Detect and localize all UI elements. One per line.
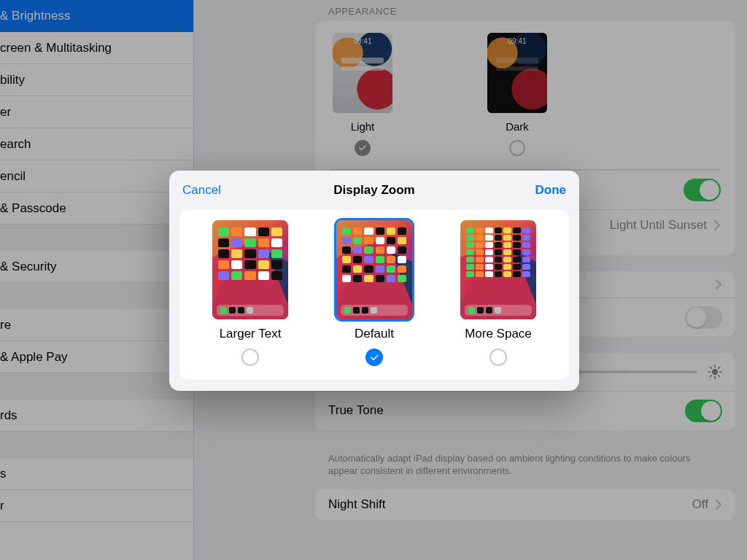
zoom-label: More Space <box>465 327 532 341</box>
zoom-thumb-larger-text <box>212 220 288 319</box>
zoom-thumb-more-space <box>460 220 536 319</box>
zoom-label: Default <box>355 327 394 341</box>
zoom-option-default[interactable]: Default <box>312 220 436 366</box>
cancel-label: Cancel <box>182 183 221 198</box>
zoom-option-more-space[interactable]: More Space <box>436 220 560 366</box>
zoom-label: Larger Text <box>220 327 282 341</box>
zoom-radio-default[interactable] <box>365 349 383 366</box>
zoom-radio-more-space[interactable] <box>489 349 507 366</box>
modal-title: Display Zoom <box>333 183 414 198</box>
zoom-radio-larger-text[interactable] <box>241 349 259 366</box>
screen: & Brightness creen & Multitasking bility… <box>0 0 747 560</box>
done-button[interactable]: Done <box>522 171 580 210</box>
display-zoom-modal: Cancel Display Zoom Done <box>169 171 579 391</box>
modal-header: Cancel Display Zoom Done <box>169 171 579 210</box>
check-icon <box>370 353 379 362</box>
zoom-option-larger-text[interactable]: Larger Text <box>188 220 312 366</box>
done-label: Done <box>535 183 567 198</box>
zoom-thumb-default <box>336 220 412 319</box>
cancel-button[interactable]: Cancel <box>169 171 234 210</box>
zoom-options-card: Larger Text Default <box>179 210 569 379</box>
